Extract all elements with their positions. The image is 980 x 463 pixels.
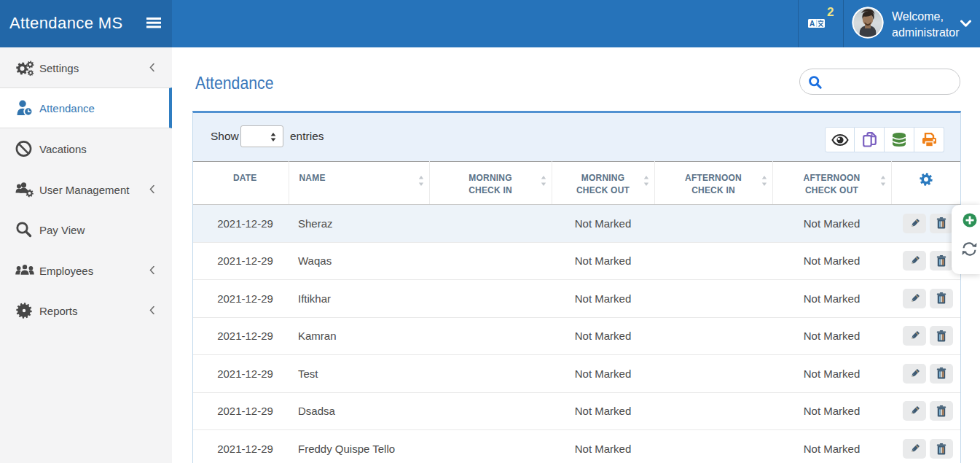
svg-text:A: A bbox=[810, 20, 815, 28]
